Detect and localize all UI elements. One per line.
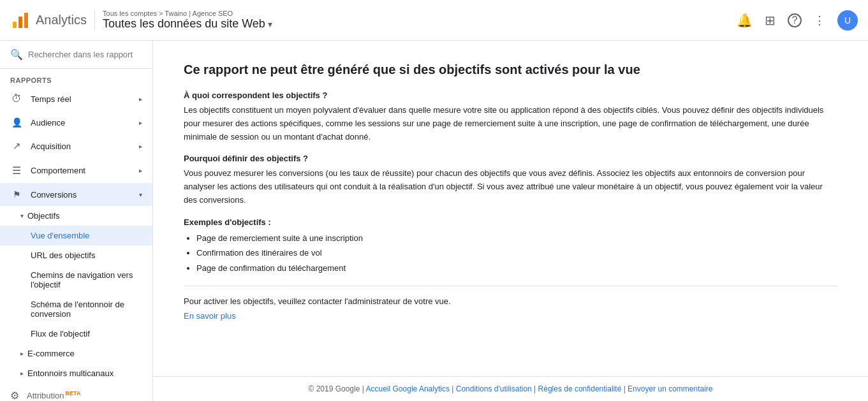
app-title: Analytics (36, 13, 87, 27)
analytics-logo-icon (10, 10, 31, 31)
header-left: Analytics Tous les comptes > Twaino | Ag… (10, 10, 272, 31)
audience-expand-arrow: ▸ (139, 119, 142, 126)
sidebar-item-flux-objectif[interactable]: Flux de l'objectif (0, 324, 152, 344)
section1-title: À quoi correspondent les objectifs ? (184, 91, 837, 100)
svg-rect-2 (24, 13, 28, 28)
user-avatar[interactable]: U (837, 10, 858, 31)
sidebar-item-entonnoirs[interactable]: ▸ Entonnoirs multicanaux (0, 363, 152, 383)
comportement-label: Comportement (31, 166, 85, 175)
sidebar-item-chemins-navigation[interactable]: Chemins de navigation vers l'objectif (0, 265, 152, 295)
footer-link-confidentialite[interactable]: Règles de confidentialité (538, 384, 622, 393)
acquisition-expand-arrow: ▸ (139, 143, 142, 150)
header-divider (94, 10, 95, 31)
sidebar-item-audience[interactable]: 👤 Audience ▸ (0, 111, 152, 134)
examples-title: Exemples d'objectifs : (184, 217, 837, 227)
reports-section-label: RAPPORTS (0, 69, 152, 87)
footer-copyright: © 2019 Google (308, 384, 360, 393)
sidebar-item-conversions[interactable]: ⚑ Conversions ▾ (0, 183, 152, 206)
sidebar-item-comportement[interactable]: ☰ Comportement ▸ (0, 158, 152, 183)
footer-link-conditions[interactable]: Conditions d'utilisation (456, 384, 532, 393)
svg-rect-1 (18, 17, 22, 28)
sidebar-item-attribution[interactable]: ⚙ AttributionBETA (0, 383, 152, 401)
flux-objectif-label: Flux de l'objectif (31, 329, 90, 339)
conversions-label: Conversions (31, 190, 77, 200)
breadcrumb-main[interactable]: Toutes les données du site Web ▾ (103, 17, 272, 31)
learn-more-link[interactable]: En savoir plus (184, 311, 236, 321)
objectifs-label: Objectifs (27, 211, 60, 221)
temps-reel-label: Temps réel (31, 94, 71, 104)
sidebar-item-temps-reel[interactable]: ⏱ Temps réel ▸ (0, 87, 152, 111)
section2-title: Pourquoi définir des objectifs ? (184, 154, 837, 163)
page-title: Ce rapport ne peut être généré que si de… (184, 61, 837, 78)
acquisition-icon: ↗ (10, 140, 23, 152)
attribution-label: AttributionBETA (27, 390, 80, 400)
sidebar-item-vue-ensemble[interactable]: Vue d'ensemble (0, 226, 152, 245)
chemins-navigation-label: Chemins de navigation vers l'objectif (31, 270, 147, 289)
attribution-icon: ⚙ (10, 390, 19, 401)
sidebar-item-objectifs[interactable]: ▾ Objectifs (0, 206, 152, 226)
audience-icon: 👤 (10, 117, 23, 128)
logo: Analytics (10, 10, 87, 31)
example-2: Confirmation des itinéraires de vol (196, 245, 837, 260)
url-objectifs-label: URL des objectifs (31, 251, 95, 260)
footer-link-accueil[interactable]: Accueil Google Analytics (366, 384, 450, 393)
temps-reel-icon: ⏱ (10, 93, 23, 105)
breadcrumb-top: Tous les comptes > Twaino | Agence SEO (103, 10, 272, 17)
examples-list: Page de remerciement suite à une inscrip… (196, 231, 837, 275)
footer: © 2019 Google | Accueil Google Analytics… (153, 376, 868, 401)
content-divider (184, 286, 837, 286)
entonnoirs-label: Entonnoirs multicanaux (27, 368, 114, 378)
conversions-icon: ⚑ (10, 189, 23, 200)
example-1: Page de remerciement suite à une inscrip… (196, 231, 837, 245)
beta-badge: BETA (66, 390, 81, 397)
conversions-expand-arrow: ▾ (139, 191, 142, 198)
temps-reel-expand-arrow: ▸ (139, 96, 142, 103)
section2-text: Vous pouvez mesurer les conversions (ou … (184, 167, 837, 207)
ecommerce-expand-arrow: ▸ (20, 350, 24, 357)
main-container: 🔍 RAPPORTS ⏱ Temps réel ▸ 👤 Audience ▸ ↗… (0, 41, 868, 401)
comportement-expand-arrow: ▸ (139, 167, 142, 174)
sidebar-item-schema-entonnoir[interactable]: Schéma de l'entonnoir de conversion (0, 295, 152, 324)
entonnoirs-expand-arrow: ▸ (20, 370, 24, 377)
section1-text: Les objectifs constituent un moyen polyv… (184, 104, 837, 143)
contact-text: Pour activer les objectifs, veuillez con… (184, 296, 837, 306)
apps-grid-icon[interactable]: ⊞ (762, 13, 777, 28)
vue-ensemble-label: Vue d'ensemble (31, 231, 89, 240)
breadcrumb-main-text: Toutes les données du site Web (103, 17, 265, 31)
search-input[interactable] (28, 50, 142, 59)
breadcrumb-dropdown-arrow[interactable]: ▾ (268, 19, 272, 29)
notifications-icon[interactable]: 🔔 (737, 13, 752, 28)
search-icon: 🔍 (10, 48, 23, 61)
sidebar-item-acquisition[interactable]: ↗ Acquisition ▸ (0, 134, 152, 158)
more-options-icon[interactable]: ⋮ (812, 13, 827, 28)
example-3: Page de confirmation du téléchargement (196, 261, 837, 275)
sidebar: 🔍 RAPPORTS ⏱ Temps réel ▸ 👤 Audience ▸ ↗… (0, 41, 153, 401)
help-icon[interactable]: ? (788, 13, 802, 27)
header-right: 🔔 ⊞ ? ⋮ U (737, 10, 858, 31)
main-content: Ce rapport ne peut être généré que si de… (153, 41, 868, 376)
sidebar-search[interactable]: 🔍 (0, 41, 152, 69)
audience-label: Audience (31, 118, 65, 128)
comportement-icon: ☰ (10, 164, 23, 177)
svg-rect-0 (13, 22, 17, 28)
sidebar-item-ecommerce[interactable]: ▸ E-commerce (0, 344, 152, 363)
objectifs-expand-arrow: ▾ (20, 212, 24, 219)
footer-link-commentaire[interactable]: Envoyer un commentaire (628, 384, 712, 393)
sidebar-item-url-objectifs[interactable]: URL des objectifs (0, 245, 152, 265)
ecommerce-label: E-commerce (27, 349, 75, 358)
schema-entonnoir-label: Schéma de l'entonnoir de conversion (31, 300, 147, 319)
acquisition-label: Acquisition (31, 142, 71, 151)
breadcrumb-section: Tous les comptes > Twaino | Agence SEO T… (103, 10, 272, 31)
header: Analytics Tous les comptes > Twaino | Ag… (0, 0, 868, 41)
